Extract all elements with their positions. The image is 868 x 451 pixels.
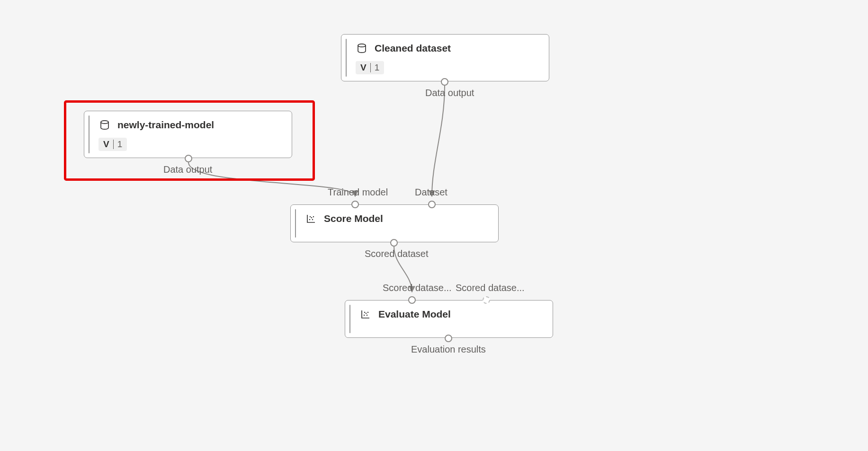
port-label-evaluate-model-input-2: Scored datase... — [456, 283, 525, 293]
port-evaluate-model-input-2[interactable] — [483, 296, 490, 304]
node-newly-trained-model[interactable]: newly-trained-model V 1 — [84, 111, 292, 158]
svg-point-7 — [364, 315, 365, 316]
svg-point-4 — [313, 216, 314, 217]
port-label-evaluate-model-input-1: Scored datase... — [383, 283, 452, 293]
node-accent-bar — [349, 305, 350, 333]
svg-point-6 — [312, 219, 313, 220]
svg-point-1 — [101, 121, 108, 124]
node-cleaned-dataset[interactable]: Cleaned dataset V 1 — [341, 34, 549, 81]
port-label-score-model-dataset-input: Dataset — [415, 187, 447, 198]
node-title: Score Model — [324, 213, 383, 224]
port-cleaned-dataset-output[interactable] — [441, 78, 448, 86]
port-score-model-output[interactable] — [390, 239, 398, 247]
svg-point-9 — [367, 312, 368, 313]
svg-point-8 — [366, 313, 367, 314]
node-title: newly-trained-model — [117, 119, 214, 131]
svg-point-11 — [367, 315, 367, 316]
version-badge: V 1 — [356, 61, 384, 74]
node-title: Evaluate Model — [378, 309, 451, 320]
svg-point-10 — [364, 312, 365, 313]
port-newly-trained-model-output[interactable] — [185, 155, 192, 162]
port-evaluate-model-input-1[interactable] — [408, 296, 416, 304]
svg-point-5 — [310, 216, 311, 217]
node-title: Cleaned dataset — [375, 43, 451, 54]
port-label-evaluate-model-output: Evaluation results — [411, 344, 486, 355]
port-label-score-model-trained-input: Trained model — [328, 187, 388, 198]
node-evaluate-model[interactable]: Evaluate Model — [345, 300, 553, 338]
scatter-plot-icon — [359, 308, 372, 320]
scatter-plot-icon — [305, 212, 317, 225]
svg-point-3 — [311, 217, 312, 218]
pipeline-canvas[interactable]: Cleaned dataset V 1 Data output newly-tr… — [0, 0, 868, 451]
port-label-cleaned-dataset-output: Data output — [425, 88, 474, 98]
node-score-model[interactable]: Score Model — [290, 204, 499, 242]
port-score-model-dataset-input[interactable] — [428, 201, 436, 208]
database-icon — [98, 119, 111, 131]
node-accent-bar — [295, 209, 296, 238]
svg-point-2 — [309, 219, 310, 220]
svg-point-0 — [358, 44, 366, 47]
node-accent-bar — [346, 39, 347, 77]
version-badge: V 1 — [98, 138, 127, 151]
port-evaluate-model-output[interactable] — [445, 335, 452, 342]
port-label-score-model-output: Scored dataset — [365, 248, 429, 259]
node-accent-bar — [89, 115, 89, 153]
database-icon — [356, 42, 368, 54]
port-label-newly-trained-model-output: Data output — [163, 164, 212, 175]
port-score-model-trained-input[interactable] — [351, 201, 359, 208]
